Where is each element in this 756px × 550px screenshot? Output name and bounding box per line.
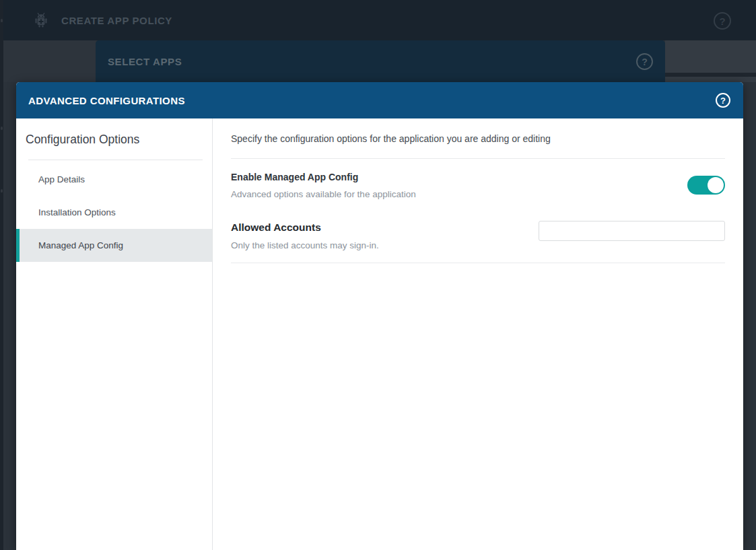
allowed-accounts-input[interactable]	[539, 221, 725, 241]
config-options-sidebar: Configuration Options App Details Instal…	[16, 118, 213, 550]
config-panel: Specify the configuration options for th…	[213, 118, 743, 550]
enable-managed-app-config-row: Enable Managed App Config Advanced optio…	[231, 170, 725, 199]
question-mark-glyph: ?	[720, 96, 726, 106]
sidebar-item-label: Managed App Config	[38, 240, 123, 250]
background-left-block	[0, 40, 96, 82]
background-divider	[665, 73, 756, 77]
setting-subtitle: Only the listed accounts may sign-in.	[231, 240, 379, 250]
setting-subtitle: Advanced options available for the appli…	[231, 189, 416, 199]
advanced-configurations-dialog: ADVANCED CONFIGURATIONS ? Configuration …	[16, 82, 743, 550]
dialog-title: ADVANCED CONFIGURATIONS	[28, 95, 185, 106]
sidebar-item-installation-options[interactable]: Installation Options	[16, 196, 212, 229]
sidebar-item-app-details[interactable]: App Details	[16, 163, 212, 196]
sidebar-heading: Configuration Options	[26, 133, 212, 147]
help-icon-step-bar[interactable]: ?	[636, 53, 653, 70]
panel-description: Specify the configuration options for th…	[231, 133, 725, 144]
sidebar-divider	[28, 160, 203, 160]
help-icon-top[interactable]: ?	[714, 12, 731, 30]
page-title: CREATE APP POLICY	[61, 15, 172, 26]
dialog-header: ADVANCED CONFIGURATIONS ?	[16, 82, 743, 118]
toggle-knob	[708, 177, 724, 193]
step-bar-title: SELECT APPS	[108, 56, 182, 67]
android-icon	[32, 10, 50, 30]
top-header: CREATE APP POLICY ?	[0, 0, 756, 40]
question-mark-glyph: ?	[719, 15, 725, 27]
panel-divider	[231, 158, 725, 159]
sidebar-item-label: Installation Options	[38, 207, 116, 217]
setting-text: Enable Managed App Config Advanced optio…	[231, 170, 416, 199]
step-bar-select-apps: SELECT APPS ?	[96, 40, 665, 82]
help-icon-dialog[interactable]: ?	[716, 93, 730, 108]
setting-title: Allowed Accounts	[231, 220, 379, 235]
sidebar-item-label: App Details	[38, 174, 85, 184]
setting-text: Allowed Accounts Only the listed account…	[231, 220, 379, 250]
allowed-accounts-row: Allowed Accounts Only the listed account…	[231, 220, 725, 250]
setting-title: Enable Managed App Config	[231, 170, 416, 184]
panel-divider	[231, 263, 725, 263]
question-mark-glyph: ?	[642, 57, 648, 67]
dialog-body: Configuration Options App Details Instal…	[16, 118, 743, 550]
screen: CREATE APP POLICY ? SELECT APPS ? ADVANC…	[0, 0, 756, 550]
left-edge-strip	[0, 0, 3, 550]
background-right-block	[665, 40, 756, 82]
managed-app-config-toggle[interactable]	[687, 176, 725, 195]
sidebar-item-managed-app-config[interactable]: Managed App Config	[16, 229, 212, 262]
sidebar-nav: App Details Installation Options Managed…	[16, 163, 212, 262]
background-step-row: SELECT APPS ?	[0, 40, 756, 82]
